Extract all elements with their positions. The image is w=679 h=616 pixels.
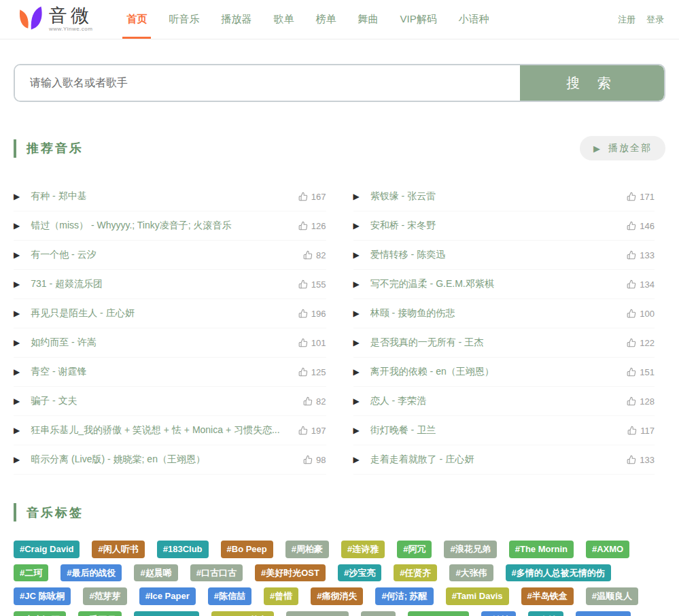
play-icon[interactable]: ▶ <box>353 396 360 406</box>
music-tag[interactable]: #陈信喆 <box>208 587 251 605</box>
music-tag[interactable]: #183Club <box>157 541 209 558</box>
play-icon[interactable]: ▶ <box>353 367 360 377</box>
music-tag[interactable]: #Craig David <box>14 541 80 558</box>
song-row[interactable]: ▶ 狂串乐基儿_我的骄傲 + 笑说想 + 怯 + Monica + 习惯失恋..… <box>14 416 326 445</box>
music-tag[interactable]: #范芽芽 <box>83 587 126 605</box>
music-tag[interactable]: #任贤齐 <box>394 564 437 582</box>
like-button[interactable]: 196 <box>298 309 326 319</box>
music-tag[interactable]: #温顺良人 <box>586 587 638 605</box>
like-button[interactable]: 126 <box>298 221 326 231</box>
song-row[interactable]: ▶ 错过（miss） - Whyyyy.; Tinky凌音子; 火滚音乐 126 <box>14 211 326 241</box>
like-button[interactable]: 82 <box>303 396 326 407</box>
nav-item[interactable]: 播放器 <box>210 0 262 39</box>
play-icon[interactable]: ▶ <box>353 426 360 435</box>
music-tag[interactable]: #多情的人总被无情的伤 <box>506 564 611 582</box>
song-row[interactable]: ▶ 是否我真的一无所有 - 王杰 122 <box>353 328 655 358</box>
play-all-button[interactable]: ▶ 播放全部 <box>580 136 665 160</box>
song-row[interactable]: ▶ 紫钗缘 - 张云雷 171 <box>353 182 655 211</box>
song-row[interactable]: ▶ 有种 - 郑中基 167 <box>14 182 326 211</box>
music-tag[interactable]: #周柏豪 <box>285 541 329 558</box>
play-icon[interactable]: ▶ <box>14 250 20 260</box>
music-tag[interactable]: #Dark Sky <box>576 611 631 616</box>
play-icon[interactable]: ▶ <box>353 338 360 347</box>
logo[interactable]: 音微 www.Yinwe.com <box>15 3 92 36</box>
music-tag[interactable]: #铁蛛 <box>481 611 516 616</box>
music-tag[interactable]: #AXMO <box>586 541 629 558</box>
song-row[interactable]: ▶ 青空 - 谢霆锋 125 <box>14 358 326 387</box>
music-tag[interactable]: #曾惜 <box>264 587 298 605</box>
like-button[interactable]: 146 <box>627 221 655 231</box>
music-tag[interactable]: #半岛铁盒 <box>521 587 574 605</box>
like-button[interactable]: 134 <box>627 279 655 290</box>
music-tag[interactable]: #大张伟 <box>449 564 493 582</box>
song-row[interactable]: ▶ 暗示分离 (Live版) - 姚晓棠; en（王翊恩） 98 <box>14 445 326 475</box>
music-tag[interactable]: #口古口古 <box>190 564 243 582</box>
music-tag[interactable]: #Ice Paper <box>139 587 196 605</box>
play-icon[interactable]: ▶ <box>14 396 20 406</box>
search-button[interactable]: 搜 索 <box>520 65 664 101</box>
play-icon[interactable]: ▶ <box>14 309 20 318</box>
play-icon[interactable]: ▶ <box>353 309 360 318</box>
like-button[interactable]: 155 <box>298 279 326 290</box>
song-row[interactable]: ▶ 离开我的依赖 - en（王翊恩） 151 <box>353 358 655 387</box>
music-tag[interactable]: #The Mornin <box>509 541 574 558</box>
music-tag[interactable]: #浪花兄弟 <box>444 541 496 558</box>
music-tag[interactable]: #二珂 <box>14 564 48 582</box>
music-tag[interactable]: #连诗雅 <box>341 541 385 558</box>
play-icon[interactable]: ▶ <box>353 455 360 464</box>
nav-item[interactable]: 听音乐 <box>158 0 210 39</box>
play-icon[interactable]: ▶ <box>353 221 360 230</box>
song-row[interactable]: ▶ 有一个他 - 云汐 82 <box>14 241 326 270</box>
nav-item[interactable]: 舞曲 <box>347 0 389 39</box>
play-icon[interactable]: ▶ <box>353 192 360 201</box>
song-row[interactable]: ▶ 再见只是陌生人 - 庄心妍 196 <box>14 299 326 328</box>
music-tag[interactable]: #一二 <box>361 611 396 616</box>
song-row[interactable]: ▶ 如约而至 - 许嵩 101 <box>14 328 326 358</box>
play-icon[interactable]: ▶ <box>14 426 20 435</box>
search-input[interactable] <box>15 65 520 101</box>
song-row[interactable]: ▶ 骗子 - 文夫 82 <box>14 387 326 416</box>
play-icon[interactable]: ▶ <box>14 221 20 230</box>
nav-item[interactable]: 歌单 <box>262 0 304 39</box>
nav-item[interactable]: 小语种 <box>448 0 500 39</box>
like-button[interactable]: 101 <box>298 338 326 348</box>
like-button[interactable]: 167 <box>298 192 326 202</box>
song-row[interactable]: ▶ 街灯晚餐 - 卫兰 117 <box>353 416 655 445</box>
play-icon[interactable]: ▶ <box>353 250 360 260</box>
song-row[interactable]: ▶ 林颐 - 接吻鱼的伤悲 100 <box>353 299 655 328</box>
music-tag[interactable]: #Tyrese苏永 <box>211 611 274 616</box>
login-link[interactable]: 登录 <box>646 14 664 26</box>
music-tag[interactable]: #痛彻消失 <box>311 587 363 605</box>
like-button[interactable]: 82 <box>303 250 326 260</box>
play-icon[interactable]: ▶ <box>14 455 20 464</box>
song-row[interactable]: ▶ 恋人 - 李荣浩 128 <box>353 387 655 416</box>
song-row[interactable]: ▶ 731 - 超燚流乐团 155 <box>14 270 326 299</box>
music-tag[interactable]: #闲人听书 <box>92 541 144 558</box>
music-tag[interactable]: #AGNEZ MO <box>134 611 198 616</box>
music-tag[interactable]: #美好时光OST <box>255 564 326 582</box>
music-tag[interactable]: #Tami Davis <box>446 587 509 605</box>
like-button[interactable]: 151 <box>627 367 655 377</box>
like-button[interactable]: 171 <box>627 192 655 202</box>
like-button[interactable]: 133 <box>627 250 655 260</box>
music-tag[interactable]: #自铃 <box>528 611 563 616</box>
play-icon[interactable]: ▶ <box>14 338 20 347</box>
play-icon[interactable]: ▶ <box>14 192 20 201</box>
song-row[interactable]: ▶ 爱情转移 - 陈奕迅 133 <box>353 241 655 270</box>
like-button[interactable]: 133 <box>627 455 655 465</box>
like-button[interactable]: 125 <box>298 367 326 377</box>
register-link[interactable]: 注册 <box>618 14 636 26</box>
like-button[interactable]: 100 <box>627 309 655 319</box>
like-button[interactable]: 128 <box>627 396 655 407</box>
music-tag[interactable]: #Katy Perry <box>408 611 469 616</box>
nav-item[interactable]: 首页 <box>116 0 158 39</box>
song-row[interactable]: ▶ 写不完的温柔 - G.E.M.邓紫棋 134 <box>353 270 655 299</box>
like-button[interactable]: 197 <box>298 426 326 436</box>
music-tag[interactable]: #最后的战役 <box>60 564 122 582</box>
music-tag[interactable]: #广东河阳 <box>14 611 66 616</box>
music-tag[interactable]: #沙宝亮 <box>338 564 381 582</box>
play-icon[interactable]: ▶ <box>14 367 20 377</box>
music-tag[interactable]: #阿冗 <box>397 541 432 558</box>
song-row[interactable]: ▶ 走着走着就散了 - 庄心妍 133 <box>353 445 655 475</box>
play-icon[interactable]: ▶ <box>353 279 360 289</box>
